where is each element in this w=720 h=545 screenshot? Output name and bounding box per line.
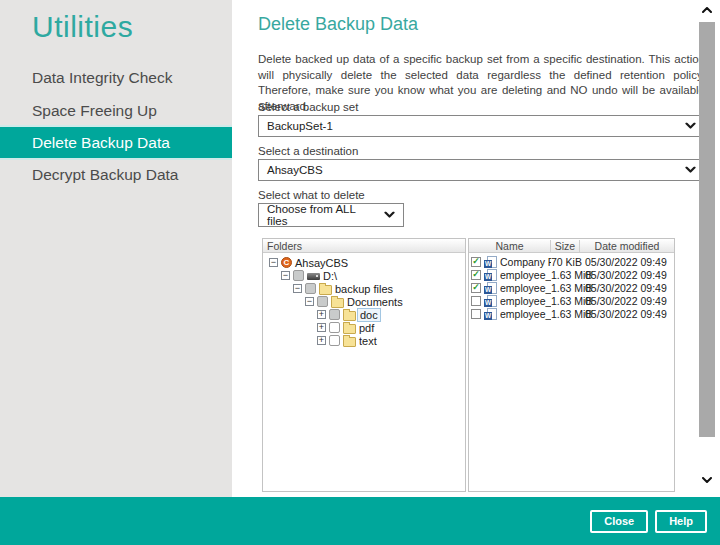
- tree-checkbox[interactable]: [317, 296, 328, 307]
- chevron-down-icon: [685, 167, 696, 174]
- tree-checkbox[interactable]: [329, 309, 340, 320]
- tree-row-drive-d[interactable]: D:\: [263, 269, 465, 282]
- sidebar-item-decrypt-backup-data[interactable]: Decrypt Backup Data: [0, 158, 232, 191]
- tree-row-doc[interactable]: doc: [263, 308, 465, 321]
- folders-panel: Folders AhsayCBS D:\: [262, 238, 466, 492]
- folder-icon: [343, 324, 356, 334]
- folder-icon: [319, 285, 332, 295]
- scrollbar-down-button[interactable]: [701, 474, 713, 486]
- file-date: 05/30/2022 09:49: [578, 308, 667, 320]
- file-list: Company Pr... 70 KiB 05/30/2022 09:49 em…: [469, 253, 674, 320]
- backup-set-value: BackupSet-1: [267, 120, 333, 132]
- tree-row-text[interactable]: text: [263, 334, 465, 347]
- tree-node-label[interactable]: doc: [357, 308, 381, 322]
- tree-checkbox[interactable]: [293, 270, 304, 281]
- delete-scope-value: Choose from ALL files: [267, 203, 377, 227]
- column-header-date-modified[interactable]: Date modified: [580, 240, 674, 252]
- expander-icon[interactable]: [317, 323, 326, 332]
- file-row: employee_lis... 1.63 MiB 05/30/2022 09:4…: [469, 294, 674, 307]
- tree-row-backup-files[interactable]: backup files: [263, 282, 465, 295]
- expander-icon[interactable]: [317, 336, 326, 345]
- expander-icon[interactable]: [317, 310, 326, 319]
- tree-checkbox[interactable]: [329, 335, 340, 346]
- file-size: 1.63 MiB: [551, 282, 578, 294]
- tree-checkbox[interactable]: [305, 283, 316, 294]
- file-date: 05/30/2022 09:49: [578, 269, 667, 281]
- file-checkbox[interactable]: [471, 283, 481, 293]
- delete-backup-data-screen: Utilities Data Integrity Check Space Fre…: [0, 0, 720, 545]
- expander-icon[interactable]: [293, 284, 302, 293]
- chevron-up-icon: [702, 7, 712, 13]
- tree-node-label[interactable]: text: [359, 335, 377, 347]
- scrollbar-thumb[interactable]: [699, 22, 715, 437]
- page-title: Delete Backup Data: [258, 14, 418, 35]
- tree-node-label[interactable]: D:\: [323, 270, 337, 282]
- tree-node-label[interactable]: Documents: [347, 296, 403, 308]
- file-name[interactable]: employee_lis...: [500, 282, 551, 294]
- file-date: 05/30/2022 09:49: [578, 282, 667, 294]
- destination-label: Select a destination: [258, 145, 358, 157]
- expander-icon[interactable]: [269, 258, 278, 267]
- file-date: 05/30/2022 09:49: [578, 256, 667, 268]
- file-row: employee_lis... 1.63 MiB 05/30/2022 09:4…: [469, 268, 674, 281]
- file-row: employee_lis... 1.63 MiB 05/30/2022 09:4…: [469, 307, 674, 320]
- folder-icon: [343, 311, 356, 321]
- word-document-icon: [484, 295, 497, 307]
- column-header-size[interactable]: Size: [551, 240, 580, 252]
- tree-node-label[interactable]: AhsayCBS: [295, 257, 348, 269]
- folder-tree: AhsayCBS D:\ backup files: [263, 253, 465, 347]
- column-header-name[interactable]: Name: [469, 240, 551, 252]
- tree-node-label[interactable]: backup files: [335, 283, 393, 295]
- sidebar-menu: Data Integrity Check Space Freeing Up De…: [0, 61, 232, 191]
- file-size: 1.63 MiB: [551, 269, 578, 281]
- tree-row-pdf[interactable]: pdf: [263, 321, 465, 334]
- footer-bar: Close Help: [0, 497, 720, 545]
- folder-icon: [331, 298, 344, 308]
- backup-set-select[interactable]: BackupSet-1: [258, 115, 705, 137]
- delete-scope-select[interactable]: Choose from ALL files: [258, 203, 404, 227]
- ahsay-cbs-icon: [281, 257, 292, 268]
- sidebar-item-delete-backup-data[interactable]: Delete Backup Data: [0, 127, 232, 158]
- file-size: 70 KiB: [551, 256, 578, 268]
- help-button[interactable]: Help: [655, 510, 707, 533]
- file-row: employee_lis... 1.63 MiB 05/30/2022 09:4…: [469, 281, 674, 294]
- file-name[interactable]: Company Pr...: [500, 256, 551, 268]
- tree-row-documents[interactable]: Documents: [263, 295, 465, 308]
- word-document-icon: [484, 256, 497, 268]
- destination-value: AhsayCBS: [267, 164, 323, 176]
- sidebar-item-data-integrity-check[interactable]: Data Integrity Check: [0, 61, 232, 94]
- main-content: Delete Backup Data Delete backed up data…: [258, 0, 705, 497]
- file-date: 05/30/2022 09:49: [578, 295, 667, 307]
- files-panel: Name Size Date modified Company Pr... 70…: [468, 238, 675, 492]
- word-document-icon: [484, 269, 497, 281]
- file-name[interactable]: employee_lis...: [500, 308, 551, 320]
- file-checkbox[interactable]: [471, 270, 481, 280]
- file-row: Company Pr... 70 KiB 05/30/2022 09:49: [469, 255, 674, 268]
- scrollbar-up-button[interactable]: [701, 4, 713, 16]
- tree-node-label[interactable]: pdf: [359, 322, 374, 334]
- drive-icon: [307, 273, 320, 280]
- file-name[interactable]: employee_lis...: [500, 269, 551, 281]
- close-button[interactable]: Close: [590, 510, 648, 533]
- folders-panel-header: Folders: [263, 239, 465, 253]
- sidebar-item-space-freeing-up[interactable]: Space Freeing Up: [0, 94, 232, 127]
- expander-icon[interactable]: [305, 297, 314, 306]
- sidebar-title: Utilities: [0, 0, 232, 44]
- tree-checkbox[interactable]: [329, 322, 340, 333]
- destination-select[interactable]: AhsayCBS: [258, 159, 705, 181]
- delete-scope-label: Select what to delete: [258, 189, 365, 201]
- chevron-down-icon: [384, 212, 395, 219]
- expander-icon[interactable]: [281, 271, 290, 280]
- page-scrollbar[interactable]: [698, 0, 716, 497]
- file-checkbox[interactable]: [471, 309, 481, 319]
- utilities-sidebar: Utilities Data Integrity Check Space Fre…: [0, 0, 232, 497]
- tree-row-ahsaycbs[interactable]: AhsayCBS: [263, 256, 465, 269]
- file-checkbox[interactable]: [471, 296, 481, 306]
- chevron-down-icon: [702, 477, 712, 483]
- backup-set-label: Select a backup set: [258, 101, 358, 113]
- chevron-down-icon: [685, 123, 696, 130]
- file-checkbox[interactable]: [471, 257, 481, 267]
- word-document-icon: [484, 282, 497, 294]
- file-name[interactable]: employee_lis...: [500, 295, 551, 307]
- files-panel-header: Name Size Date modified: [469, 239, 674, 253]
